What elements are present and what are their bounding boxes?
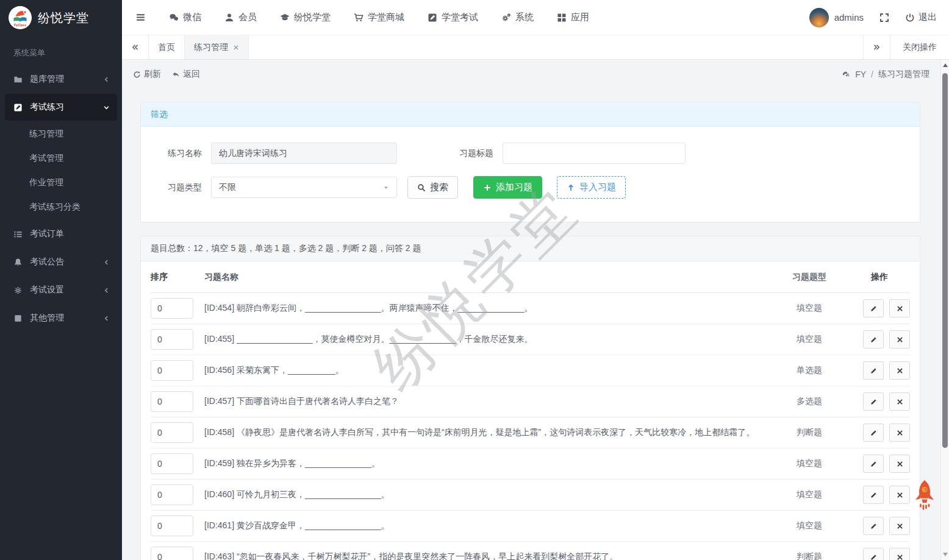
delete-button[interactable] — [889, 486, 910, 504]
scrollbar-down-arrow-icon[interactable] — [943, 553, 948, 556]
sort-input[interactable] — [151, 547, 193, 560]
refresh-button[interactable]: 刷新 — [133, 69, 161, 80]
delete-button[interactable] — [889, 548, 910, 560]
edit-button[interactable] — [863, 361, 884, 380]
user-icon — [224, 13, 234, 23]
tab-bar: 首页 练习管理 关闭操作 — [122, 35, 949, 60]
edit-button[interactable] — [863, 392, 884, 411]
question-text: [ID:458] 《静夜思》是唐代著名诗人李白所写，其中有一句诗是“床前明月光，… — [204, 427, 770, 438]
nav-item-members[interactable]: 会员 — [224, 12, 257, 23]
main-content: 刷新 返回 FY / 练习习题管理 筛选 练习名称 习题标题 习题类型 — [122, 60, 949, 560]
nav-item-system[interactable]: 系统 — [501, 12, 534, 23]
edit-button[interactable] — [863, 424, 884, 442]
caret-down-icon — [383, 185, 389, 191]
sidebar-item-question-bank[interactable]: 题库管理 — [5, 66, 117, 93]
delete-button[interactable] — [889, 392, 910, 411]
import-question-button[interactable]: 导入习题 — [557, 176, 626, 199]
sidebar-item-exam-practice[interactable]: 考试练习 — [5, 94, 117, 121]
question-text: [ID:463] “忽如一夜春风来，千树万树梨花开”，指的是夜里突然来了一阵春风… — [204, 551, 770, 560]
question-text: [ID:455] ________________，莫使金樽空对月。______… — [204, 334, 770, 345]
table-row: [ID:461] 黄沙百战穿金甲，________________。 填空题 — [151, 511, 910, 542]
brand: FyClass 纷悦学堂 — [0, 0, 122, 35]
vertical-scrollbar[interactable] — [940, 60, 949, 560]
close-tab-icon[interactable] — [233, 44, 239, 51]
back-button[interactable]: 返回 — [172, 69, 200, 80]
sidebar-item-other-management[interactable]: 其他管理 — [5, 305, 117, 331]
gear-icon — [13, 286, 23, 295]
scrollbar-thumb[interactable] — [942, 73, 948, 448]
cart-icon — [354, 13, 363, 23]
sort-input[interactable] — [151, 360, 193, 381]
plus-icon — [483, 183, 492, 192]
nav-item-school-exam[interactable]: 学堂考试 — [428, 12, 478, 23]
delete-button[interactable] — [889, 424, 910, 442]
sort-input[interactable] — [151, 298, 193, 319]
question-title-input[interactable] — [503, 143, 686, 164]
delete-button[interactable] — [889, 361, 910, 380]
nav-item-school-mall[interactable]: 学堂商城 — [354, 12, 404, 23]
edit-button[interactable] — [863, 517, 884, 535]
breadcrumb: FY / 练习习题管理 — [842, 69, 929, 80]
sidebar-item-exam-orders[interactable]: 考试订单 — [5, 221, 117, 247]
sidebar-item-exam-notice[interactable]: 考试公告 — [5, 249, 117, 275]
delete-button[interactable] — [889, 299, 910, 317]
delete-button[interactable] — [889, 455, 910, 473]
filter-panel: 筛选 练习名称 习题标题 习题类型 不限 搜索 — [140, 102, 920, 222]
exercise-name-input[interactable] — [211, 143, 397, 164]
search-button[interactable]: 搜索 — [407, 176, 458, 199]
sidebar: FyClass 纷悦学堂 系统菜单 题库管理 考试练习 练习管理 考试管理 作业… — [0, 0, 122, 560]
graduation-cap-icon — [280, 13, 290, 23]
tabs-scroll-left-icon[interactable] — [122, 35, 149, 59]
edit-button[interactable] — [863, 455, 884, 473]
square-icon — [13, 314, 23, 323]
scrollbar-up-arrow-icon[interactable] — [943, 63, 948, 67]
sort-input[interactable] — [151, 329, 193, 350]
user-menu[interactable]: admins — [809, 8, 864, 27]
edit-button[interactable] — [863, 299, 884, 317]
sidebar-subitem-practice-category[interactable]: 考试练习分类 — [0, 195, 122, 219]
pencil-square-icon — [428, 13, 437, 23]
sort-input[interactable] — [151, 391, 193, 412]
edit-button[interactable] — [863, 330, 884, 349]
nav-item-wechat[interactable]: 微信 — [169, 12, 201, 23]
edit-button[interactable] — [863, 548, 884, 560]
chevron-left-icon — [103, 259, 110, 266]
sidebar-subitem-exam-management[interactable]: 考试管理 — [0, 146, 122, 171]
delete-button[interactable] — [889, 330, 910, 349]
tab-home[interactable]: 首页 — [149, 35, 185, 59]
hamburger-menu-icon[interactable] — [128, 6, 153, 29]
sort-input[interactable] — [151, 484, 193, 505]
delete-button[interactable] — [889, 517, 910, 535]
nav-item-fenyue-school[interactable]: 纷悦学堂 — [280, 12, 331, 23]
dashboard-icon — [842, 70, 850, 79]
logout-button[interactable]: 退出 — [905, 12, 937, 23]
breadcrumb-app[interactable]: FY — [855, 69, 866, 79]
sidebar-subitem-homework-management[interactable]: 作业管理 — [0, 171, 122, 195]
top-navbar: 微信 会员 纷悦学堂 学堂商城 学堂考试 系统 应用 admins — [122, 0, 949, 35]
back-to-top-rocket-icon[interactable] — [912, 479, 937, 514]
table-row: [ID:458] 《静夜思》是唐代著名诗人李白所写，其中有一句诗是“床前明月光，… — [151, 417, 910, 448]
sort-input[interactable] — [151, 453, 193, 474]
sidebar-subitem-practice-management[interactable]: 练习管理 — [0, 122, 122, 146]
sort-input[interactable] — [151, 422, 193, 443]
tab-practice-management[interactable]: 练习管理 — [185, 35, 249, 59]
sort-input[interactable] — [151, 516, 193, 536]
filter-panel-title: 筛选 — [141, 103, 920, 127]
sidebar-item-exam-settings[interactable]: 考试设置 — [5, 277, 117, 303]
chevron-left-icon — [103, 315, 110, 322]
question-type: 填空题 — [770, 520, 849, 531]
question-text: [ID:457] 下面哪首诗出自于唐代著名诗人李白之笔？ — [204, 396, 770, 407]
bell-icon — [13, 258, 23, 267]
table-row: [ID:454] 朝辞白帝彩云间，________________。两岸猿声啼不… — [151, 293, 910, 324]
grid-icon — [557, 13, 567, 23]
table-row: [ID:456] 采菊东篱下，__________。 单选题 — [151, 355, 910, 386]
fullscreen-icon[interactable] — [879, 13, 889, 23]
add-question-button[interactable]: 添加习题 — [473, 176, 542, 199]
chevron-down-icon — [103, 104, 110, 111]
question-type-select[interactable]: 不限 — [211, 177, 397, 198]
tabs-scroll-right-icon[interactable] — [863, 35, 890, 59]
edit-button[interactable] — [863, 486, 884, 504]
close-operations-button[interactable]: 关闭操作 — [890, 35, 949, 59]
nav-item-apps[interactable]: 应用 — [557, 12, 589, 23]
table-row: [ID:459] 独在异乡为异客，______________。 填空题 — [151, 448, 910, 480]
